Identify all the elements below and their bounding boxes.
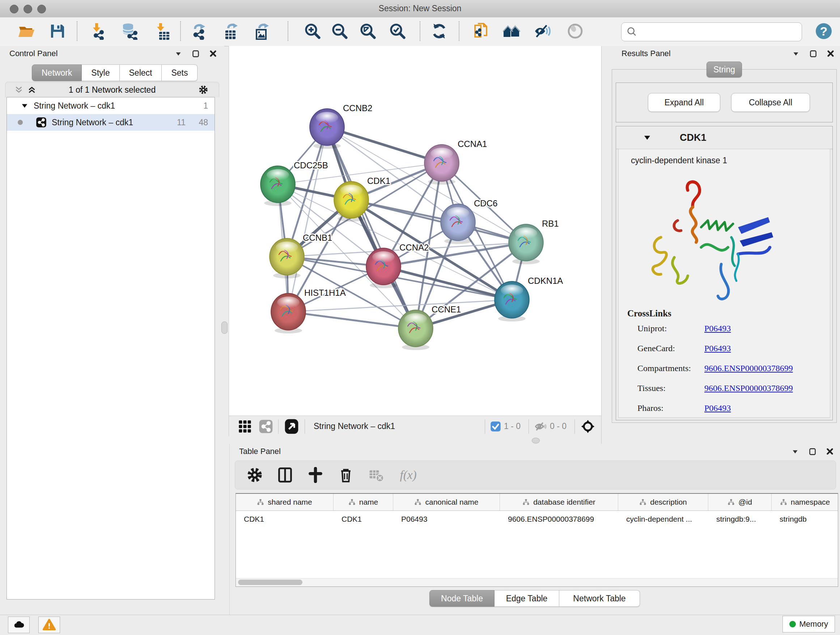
memory-button[interactable]: Memory bbox=[783, 616, 835, 632]
export-table-icon[interactable] bbox=[223, 22, 240, 40]
column-header-namespace[interactable]: namespace bbox=[772, 494, 838, 510]
cell--id[interactable]: stringdb:9... bbox=[708, 515, 772, 524]
entry-expander-icon[interactable] bbox=[643, 133, 652, 142]
selected-checkbox-icon[interactable] bbox=[490, 421, 501, 432]
crosslink-link[interactable]: 9606.ENSP00000378699 bbox=[704, 383, 793, 393]
network-canvas[interactable]: CCNB2CCNA1CDC25BCDK1CDC6RB1CCNB1CCNA2CDK… bbox=[229, 46, 602, 416]
panel-menu-icon[interactable] bbox=[790, 447, 800, 456]
column-header-shared-name[interactable]: shared name bbox=[236, 494, 333, 510]
tab-string[interactable]: String bbox=[706, 62, 742, 78]
table-row[interactable]: CDK1CDK1P064939606.ENSP00000378699cyclin… bbox=[236, 511, 838, 527]
copy-network-icon[interactable] bbox=[472, 22, 489, 40]
table-options-gear-icon[interactable] bbox=[247, 467, 263, 483]
node-CCNA1[interactable]: CCNA1 bbox=[424, 139, 487, 185]
column-header-description[interactable]: description bbox=[618, 494, 708, 510]
zoom-out-icon[interactable] bbox=[331, 22, 348, 40]
panel-float-icon[interactable] bbox=[191, 49, 201, 58]
tab-edge-table[interactable]: Edge Table bbox=[494, 590, 559, 607]
panel-menu-icon[interactable] bbox=[791, 49, 801, 58]
search-box[interactable] bbox=[621, 22, 802, 41]
zoom-in-icon[interactable] bbox=[304, 22, 321, 40]
panel-close-icon[interactable] bbox=[825, 447, 835, 456]
node-CDKN1A[interactable]: CDKN1A bbox=[494, 276, 563, 321]
cell-database-identifier[interactable]: 9606.ENSP00000378699 bbox=[500, 515, 618, 524]
warnings-button[interactable] bbox=[38, 616, 60, 633]
panel-close-icon[interactable] bbox=[826, 49, 835, 58]
hide-details-eye-icon[interactable] bbox=[534, 22, 551, 40]
help-icon[interactable]: ? bbox=[815, 22, 832, 40]
import-table-icon[interactable] bbox=[153, 22, 171, 40]
import-network-icon[interactable] bbox=[89, 22, 107, 40]
save-session-icon[interactable] bbox=[49, 22, 66, 40]
bottom-splitter-handle[interactable] bbox=[532, 438, 540, 443]
cell-namespace[interactable]: stringdb bbox=[772, 515, 838, 524]
node-CCNB2[interactable]: CCNB2 bbox=[309, 103, 372, 149]
network-collection-row[interactable]: String Network – cdk1 1 bbox=[7, 97, 215, 114]
zoom-selected-icon[interactable] bbox=[389, 22, 406, 40]
protein-entry-header[interactable]: CDK1 bbox=[616, 126, 832, 149]
network-label: String Network – cdk1 bbox=[52, 118, 133, 127]
delete-table-icon[interactable] bbox=[368, 467, 384, 483]
crosslink-link[interactable]: P06493 bbox=[704, 324, 731, 333]
edge-CCNB2-HIST1H1A[interactable] bbox=[288, 127, 327, 312]
crosslink-link[interactable]: 9606.ENSP00000378699 bbox=[704, 363, 793, 373]
export-network-icon[interactable] bbox=[191, 22, 208, 40]
cell-name[interactable]: CDK1 bbox=[333, 515, 393, 524]
cloud-status-button[interactable] bbox=[8, 616, 30, 633]
left-splitter-handle[interactable] bbox=[221, 321, 227, 334]
node-RB1[interactable]: RB1 bbox=[508, 219, 559, 264]
network-list-view-icon[interactable] bbox=[259, 419, 273, 434]
inactive-eye-icon[interactable] bbox=[567, 22, 584, 40]
tab-style[interactable]: Style bbox=[82, 65, 119, 81]
column-header-canonical-name[interactable]: canonical name bbox=[393, 494, 500, 510]
edge-CCNB2-CCNE1[interactable] bbox=[327, 127, 416, 328]
crosslink-link[interactable]: P06493 bbox=[704, 344, 731, 353]
tab-node-table[interactable]: Node Table bbox=[429, 590, 494, 607]
zoom-fit-icon[interactable] bbox=[359, 22, 377, 40]
edge-CDK1-RB1[interactable] bbox=[351, 200, 526, 242]
home-networks-icon[interactable] bbox=[503, 22, 520, 40]
hidden-eye-icon[interactable] bbox=[534, 420, 547, 433]
table-panel: Table Panel f(x) shared namenamecanonica… bbox=[229, 444, 840, 615]
panel-float-icon[interactable] bbox=[808, 49, 818, 58]
collection-expander-icon[interactable] bbox=[21, 102, 28, 110]
crosslink-link[interactable]: P06493 bbox=[704, 403, 731, 413]
grid-view-icon[interactable] bbox=[238, 419, 252, 434]
column-header--id[interactable]: @id bbox=[708, 494, 772, 510]
column-header-database-identifier[interactable]: database identifier bbox=[500, 494, 618, 510]
search-input[interactable] bbox=[638, 27, 802, 37]
node-CCNB1[interactable]: CCNB1 bbox=[270, 233, 332, 279]
panel-float-icon[interactable] bbox=[808, 447, 817, 456]
export-image-icon[interactable] bbox=[254, 22, 271, 40]
node-CDC25B[interactable]: CDC25B bbox=[261, 160, 328, 206]
tab-select[interactable]: Select bbox=[120, 65, 162, 81]
tab-network-table[interactable]: Network Table bbox=[559, 590, 640, 607]
node-table[interactable]: shared namenamecanonical namedatabase id… bbox=[235, 493, 838, 587]
network-options-gear-icon[interactable] bbox=[199, 85, 208, 95]
tab-network[interactable]: Network bbox=[32, 65, 82, 81]
detach-view-icon[interactable] bbox=[284, 418, 300, 434]
delete-column-icon[interactable] bbox=[338, 467, 354, 483]
table-horizontal-scrollbar[interactable] bbox=[236, 578, 838, 586]
edge-CCNB2-CCNA1[interactable] bbox=[327, 127, 442, 163]
function-builder-icon[interactable]: f(x) bbox=[399, 467, 424, 483]
cell-canonical-name[interactable]: P06493 bbox=[393, 515, 500, 524]
edge-HIST1H1A-CCNE1[interactable] bbox=[288, 312, 416, 328]
refresh-icon[interactable] bbox=[431, 22, 448, 40]
show-columns-icon[interactable] bbox=[277, 467, 293, 483]
network-graph[interactable]: CCNB2CCNA1CDC25BCDK1CDC6RB1CCNB1CCNA2CDK… bbox=[229, 46, 602, 416]
collapse-all-button[interactable]: Collapse All bbox=[731, 93, 810, 112]
tab-sets[interactable]: Sets bbox=[162, 65, 197, 81]
import-database-icon[interactable] bbox=[121, 22, 138, 40]
network-row[interactable]: String Network – cdk1 11 48 bbox=[7, 114, 215, 131]
panel-close-icon[interactable] bbox=[208, 49, 218, 58]
expand-all-button[interactable]: Expand All bbox=[648, 93, 720, 112]
pan-crosshair-icon[interactable] bbox=[580, 418, 596, 434]
cell-description[interactable]: cyclin-dependent ... bbox=[618, 515, 708, 524]
cell-shared-name[interactable]: CDK1 bbox=[236, 515, 333, 524]
column-header-name[interactable]: name bbox=[333, 494, 393, 510]
open-session-icon[interactable] bbox=[18, 22, 35, 40]
panel-menu-icon[interactable] bbox=[174, 49, 183, 58]
add-column-icon[interactable] bbox=[308, 467, 324, 483]
scrollbar-thumb[interactable] bbox=[238, 580, 302, 585]
